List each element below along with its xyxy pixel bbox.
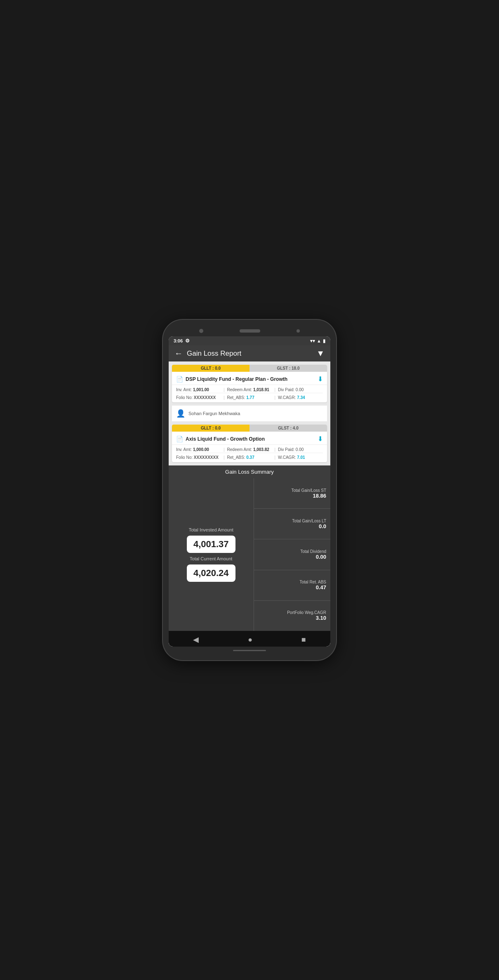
home-indicator xyxy=(233,650,266,651)
fund-card-1: GLLT : 0.0 GLST : 18.0 📄 DSP Liquidity F… xyxy=(172,365,327,402)
battery-icon: ▮ xyxy=(323,338,325,344)
app-bar: ← Gain Loss Report ▼ xyxy=(169,345,330,361)
fund1-row2: Folio No: XXXXXXXX | Ret_ABS: 1.77 | W.C… xyxy=(176,394,323,401)
fund1-name: DSP Liquidity Fund - Regular Plan - Grow… xyxy=(186,376,287,382)
summary-row-0: Total Gain/Loss ST 18.86 xyxy=(254,478,331,509)
time-display: 3:06 xyxy=(174,338,183,343)
summary-row-3-value: 0.47 xyxy=(258,584,327,590)
camera xyxy=(199,329,203,333)
fund1-retabs: Ret_ABS: 1.77 xyxy=(227,395,272,400)
fund2-wcagr: W.CAGR: 7.01 xyxy=(278,455,323,460)
summary-right: Total Gain/Loss ST 18.86 Total Gain/Loss… xyxy=(254,478,331,631)
fund2-row2: Folio No: XXXXXXXXX | Ret_ABS: 0.37 | W.… xyxy=(176,454,323,460)
summary-row-2: Total Dividend 0.00 xyxy=(254,539,331,570)
fund2-divpaid: Div Paid: 0.00 xyxy=(278,447,323,452)
user-name: Sohan Fargun Mekhwaka xyxy=(188,411,240,416)
download-icon-1[interactable]: ⬇ xyxy=(318,375,323,383)
fund1-wcagr: W.CAGR: 7.34 xyxy=(278,395,323,400)
summary-row-0-label: Total Gain/Loss ST xyxy=(258,488,327,493)
summary-row-1: Total Gain/Loss LT 0.0 xyxy=(254,509,331,539)
nav-home-button[interactable]: ● xyxy=(248,635,252,644)
nav-back-button[interactable]: ◀ xyxy=(193,635,199,644)
fund2-glst: GLST : 4.0 xyxy=(250,425,327,432)
total-invested-label: Total Invested Amount xyxy=(189,527,233,532)
signal-icon: ▲ xyxy=(317,338,321,343)
content-area: GLLT : 0.0 GLST : 18.0 📄 DSP Liquidity F… xyxy=(169,361,330,647)
fund1-header: GLLT : 0.0 GLST : 18.0 xyxy=(172,365,327,372)
fund1-details: Inv. Amt: 1,001.00 | Redeem Amt: 1,018.9… xyxy=(172,385,327,402)
fund2-redeem: Redeem Amt: 1,003.82 xyxy=(227,447,272,452)
fund2-details: Inv. Amt: 1,000.00 | Redeem Amt: 1,003.8… xyxy=(172,445,327,462)
summary-row-1-value: 0.0 xyxy=(258,523,327,529)
wifi-icon: ▾▾ xyxy=(310,338,315,344)
total-invested-value: 4,001.37 xyxy=(187,536,235,553)
doc-icon-2: 📄 xyxy=(176,436,183,442)
total-current-label: Total Current Amount xyxy=(190,556,232,561)
summary-body: Total Invested Amount 4,001.37 Total Cur… xyxy=(169,478,330,631)
summary-row-4-label: PortFolio Weg.CAGR xyxy=(258,610,327,615)
bottom-nav: ◀ ● ■ xyxy=(169,631,330,647)
fund1-gllt: GLLT : 0.0 xyxy=(172,365,250,372)
fund-card-2: GLLT : 0.0 GLST : 4.0 📄 Axis Liquid Fund… xyxy=(172,425,327,462)
gear-icon: ⚙ xyxy=(185,338,190,344)
fund1-folio: Folio No: XXXXXXXX xyxy=(176,395,221,400)
download-icon-2[interactable]: ⬇ xyxy=(318,435,323,443)
page-title: Gain Loss Report xyxy=(187,349,241,358)
speaker xyxy=(240,329,260,333)
fund1-name-row: 📄 DSP Liquidity Fund - Regular Plan - Gr… xyxy=(172,372,327,385)
fund2-name: Axis Liquid Fund - Growth Option xyxy=(186,436,265,442)
user-icon: 👤 xyxy=(176,409,185,418)
user-separator: 👤 Sohan Fargun Mekhwaka xyxy=(172,406,327,421)
summary-row-3-label: Total Ret. ABS xyxy=(258,580,327,584)
fund2-retabs: Ret_ABS: 0.37 xyxy=(227,455,272,460)
fund2-folio: Folio No: XXXXXXXXX xyxy=(176,455,221,460)
fund2-name-row: 📄 Axis Liquid Fund - Growth Option ⬇ xyxy=(172,432,327,445)
summary-row-4-value: 3.10 xyxy=(258,615,327,621)
total-current-value: 4,020.24 xyxy=(187,564,235,582)
summary-row-0-value: 18.86 xyxy=(258,493,327,499)
fund1-divpaid: Div Paid: 0.00 xyxy=(278,387,323,392)
filter-icon[interactable]: ▼ xyxy=(316,349,325,358)
sensor xyxy=(297,329,300,333)
fund1-glst: GLST : 18.0 xyxy=(250,365,327,372)
fund2-gllt: GLLT : 0.0 xyxy=(172,425,250,432)
summary-header: Gain Loss Summary xyxy=(169,465,330,478)
summary-row-4: PortFolio Weg.CAGR 3.10 xyxy=(254,601,331,631)
fund1-redeem: Redeem Amt: 1,018.91 xyxy=(227,387,272,392)
status-bar: 3:06 ⚙ ▾▾ ▲ ▮ xyxy=(169,336,330,345)
back-button[interactable]: ← xyxy=(174,349,183,358)
nav-recent-button[interactable]: ■ xyxy=(301,635,306,644)
fund1-inv-label: Inv. Amt: 1,001.00 xyxy=(176,387,221,392)
fund2-row1: Inv. Amt: 1,000.00 | Redeem Amt: 1,003.8… xyxy=(176,446,323,453)
summary-row-2-value: 0.00 xyxy=(258,554,327,560)
summary-row-1-label: Total Gain/Loss LT xyxy=(258,519,327,523)
fund2-inv: Inv. Amt: 1,000.00 xyxy=(176,447,221,452)
summary-row-2-label: Total Dividend xyxy=(258,549,327,554)
phone-screen: 3:06 ⚙ ▾▾ ▲ ▮ ← Gain Loss Report ▼ GLLT … xyxy=(169,336,330,647)
fund1-row1: Inv. Amt: 1,001.00 | Redeem Amt: 1,018.9… xyxy=(176,387,323,393)
summary-row-3: Total Ret. ABS 0.47 xyxy=(254,570,331,601)
summary-left: Total Invested Amount 4,001.37 Total Cur… xyxy=(169,478,254,631)
fund2-header: GLLT : 0.0 GLST : 4.0 xyxy=(172,425,327,432)
doc-icon-1: 📄 xyxy=(176,376,183,383)
